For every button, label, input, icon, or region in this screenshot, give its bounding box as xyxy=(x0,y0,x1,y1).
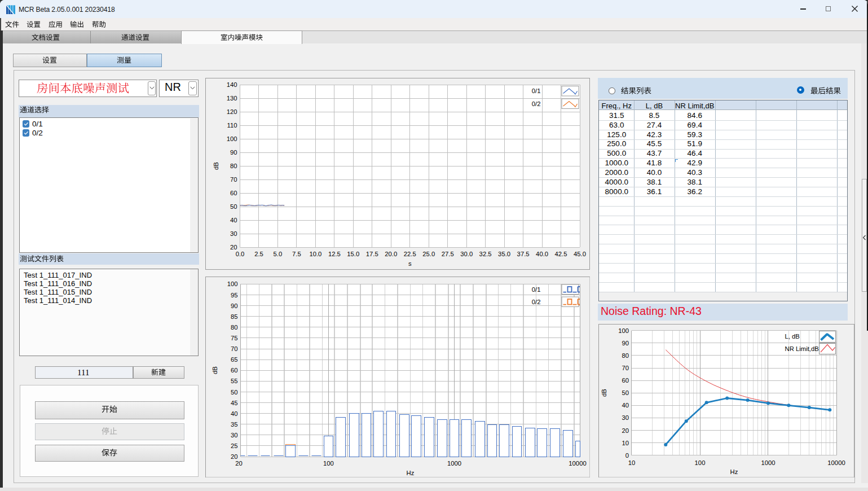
svg-text:30: 30 xyxy=(230,431,237,438)
svg-text:37.5: 37.5 xyxy=(517,251,529,257)
svg-text:50: 50 xyxy=(622,389,629,396)
svg-text:20: 20 xyxy=(622,427,629,433)
svg-text:32.5: 32.5 xyxy=(479,251,491,257)
svg-text:27.5: 27.5 xyxy=(441,251,453,257)
svg-text:17.5: 17.5 xyxy=(365,251,378,257)
svg-text:Hz: Hz xyxy=(406,470,414,476)
svg-text:22.5: 22.5 xyxy=(403,251,416,257)
svg-text:70: 70 xyxy=(230,345,237,352)
svg-text:110: 110 xyxy=(227,122,237,129)
svg-text:80: 80 xyxy=(230,323,237,330)
svg-text:40: 40 xyxy=(230,410,237,417)
svg-text:30: 30 xyxy=(622,414,629,421)
svg-text:55: 55 xyxy=(230,378,237,384)
svg-text:40: 40 xyxy=(230,217,237,223)
svg-text:2.5: 2.5 xyxy=(254,251,263,257)
svg-text:25.0: 25.0 xyxy=(422,251,435,257)
svg-text:100: 100 xyxy=(227,280,237,287)
svg-text:45: 45 xyxy=(230,399,237,406)
svg-text:50: 50 xyxy=(230,203,237,210)
svg-text:20.0: 20.0 xyxy=(385,251,397,257)
svg-text:25: 25 xyxy=(230,442,237,449)
svg-text:0.0: 0.0 xyxy=(235,251,244,257)
svg-text:NR Limit,dB: NR Limit,dB xyxy=(785,345,819,352)
svg-text:12.5: 12.5 xyxy=(328,251,340,257)
svg-text:0: 0 xyxy=(625,451,629,458)
svg-text:80: 80 xyxy=(230,163,237,169)
svg-text:0/1: 0/1 xyxy=(531,87,540,94)
svg-text:80: 80 xyxy=(622,352,629,359)
svg-text:40: 40 xyxy=(622,402,629,409)
svg-text:L, dB: L, dB xyxy=(785,333,800,340)
svg-text:30.0: 30.0 xyxy=(460,251,473,257)
svg-text:20: 20 xyxy=(230,453,237,460)
svg-text:10: 10 xyxy=(622,439,629,446)
svg-text:20: 20 xyxy=(235,460,243,467)
svg-text:40.0: 40.0 xyxy=(536,251,548,257)
svg-text:85: 85 xyxy=(230,313,237,319)
svg-text:100: 100 xyxy=(695,459,706,466)
svg-text:100: 100 xyxy=(226,135,237,142)
svg-text:100: 100 xyxy=(323,460,333,467)
svg-text:10.0: 10.0 xyxy=(309,251,321,257)
svg-text:30: 30 xyxy=(230,230,237,237)
svg-text:1000: 1000 xyxy=(447,460,461,467)
svg-text:130: 130 xyxy=(226,95,237,102)
svg-text:dB: dB xyxy=(213,162,219,170)
svg-text:15.0: 15.0 xyxy=(347,251,359,257)
svg-text:Hz: Hz xyxy=(730,468,738,475)
svg-text:s: s xyxy=(408,260,411,267)
svg-text:20: 20 xyxy=(230,244,237,251)
svg-text:60: 60 xyxy=(230,190,237,196)
svg-text:60: 60 xyxy=(230,367,237,374)
svg-text:7.5: 7.5 xyxy=(292,251,301,257)
svg-text:120: 120 xyxy=(226,108,237,115)
svg-text:100: 100 xyxy=(618,327,629,334)
svg-text:5.0: 5.0 xyxy=(273,251,282,257)
svg-text:60: 60 xyxy=(622,377,629,384)
svg-text:70: 70 xyxy=(622,365,629,371)
svg-text:75: 75 xyxy=(230,334,237,341)
svg-text:10000: 10000 xyxy=(569,460,586,467)
svg-text:45.0: 45.0 xyxy=(574,251,586,257)
svg-text:35: 35 xyxy=(230,420,237,427)
svg-text:dB: dB xyxy=(212,366,218,374)
svg-text:90: 90 xyxy=(230,149,237,156)
svg-text:70: 70 xyxy=(230,176,237,183)
svg-text:0/1: 0/1 xyxy=(531,286,540,292)
svg-text:10: 10 xyxy=(628,459,636,466)
svg-text:42.5: 42.5 xyxy=(554,251,567,257)
svg-text:95: 95 xyxy=(230,291,237,298)
svg-text:90: 90 xyxy=(622,339,629,346)
svg-text:0/2: 0/2 xyxy=(531,298,540,305)
svg-text:140: 140 xyxy=(226,81,237,88)
svg-text:35.0: 35.0 xyxy=(498,251,510,257)
svg-text:10000: 10000 xyxy=(827,459,845,466)
svg-text:1000: 1000 xyxy=(761,459,775,466)
svg-text:50: 50 xyxy=(230,388,237,395)
svg-text:0/2: 0/2 xyxy=(531,100,540,107)
svg-text:90: 90 xyxy=(230,302,237,309)
svg-text:65: 65 xyxy=(230,356,237,363)
svg-text:dB: dB xyxy=(601,389,607,397)
